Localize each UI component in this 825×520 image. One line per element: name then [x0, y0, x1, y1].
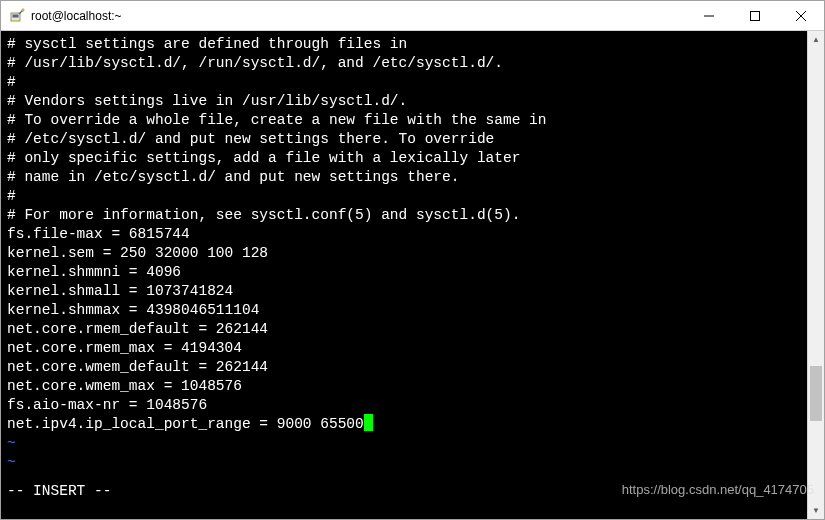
- terminal-line: #: [7, 73, 807, 92]
- terminal-line: net.core.rmem_max = 4194304: [7, 339, 807, 358]
- scroll-thumb[interactable]: [810, 366, 822, 421]
- terminal-line: kernel.shmall = 1073741824: [7, 282, 807, 301]
- terminal-line: kernel.sem = 250 32000 100 128: [7, 244, 807, 263]
- terminal-line: fs.aio-max-nr = 1048576: [7, 396, 807, 415]
- titlebar[interactable]: root@localhost:~: [1, 1, 824, 31]
- scroll-down-button[interactable]: ▼: [808, 502, 824, 519]
- terminal-line: # /etc/sysctl.d/ and put new settings th…: [7, 130, 807, 149]
- terminal-line: net.core.wmem_max = 1048576: [7, 377, 807, 396]
- terminal-line: # /usr/lib/sysctl.d/, /run/sysctl.d/, an…: [7, 54, 807, 73]
- scrollbar[interactable]: ▲ ▼: [807, 31, 824, 519]
- terminal-line: # Vendors settings live in /usr/lib/sysc…: [7, 92, 807, 111]
- vim-tilde-line: ~: [7, 434, 807, 453]
- terminal-line: # To override a whole file, create a new…: [7, 111, 807, 130]
- terminal-content[interactable]: # sysctl settings are defined through fi…: [1, 31, 807, 519]
- terminal-line: fs.file-max = 6815744: [7, 225, 807, 244]
- terminal-line: net.ipv4.ip_local_port_range = 9000 6550…: [7, 415, 807, 434]
- terminal-line: net.core.rmem_default = 262144: [7, 320, 807, 339]
- putty-icon: [9, 8, 25, 24]
- close-button[interactable]: [778, 1, 824, 30]
- terminal-line: # name in /etc/sysctl.d/ and put new set…: [7, 168, 807, 187]
- svg-point-3: [22, 8, 24, 10]
- terminal-line: net.core.wmem_default = 262144: [7, 358, 807, 377]
- maximize-button[interactable]: [732, 1, 778, 30]
- terminal-line: #: [7, 187, 807, 206]
- window-controls: [686, 1, 824, 30]
- vim-status-line: -- INSERT --: [7, 482, 807, 501]
- terminal-line: # only specific settings, add a file wit…: [7, 149, 807, 168]
- vim-tilde-line: ~: [7, 453, 807, 472]
- svg-rect-5: [751, 11, 760, 20]
- terminal-area: # sysctl settings are defined through fi…: [1, 31, 824, 519]
- terminal-line: kernel.shmmni = 4096: [7, 263, 807, 282]
- cursor: [364, 414, 373, 431]
- minimize-button[interactable]: [686, 1, 732, 30]
- svg-rect-1: [13, 14, 19, 17]
- terminal-window: root@localhost:~ # sysctl settings are d…: [0, 0, 825, 520]
- terminal-line: # sysctl settings are defined through fi…: [7, 35, 807, 54]
- window-title: root@localhost:~: [31, 9, 686, 23]
- scroll-up-button[interactable]: ▲: [808, 31, 824, 48]
- terminal-line: # For more information, see sysctl.conf(…: [7, 206, 807, 225]
- terminal-line: kernel.shmmax = 4398046511104: [7, 301, 807, 320]
- scroll-track[interactable]: [808, 48, 824, 502]
